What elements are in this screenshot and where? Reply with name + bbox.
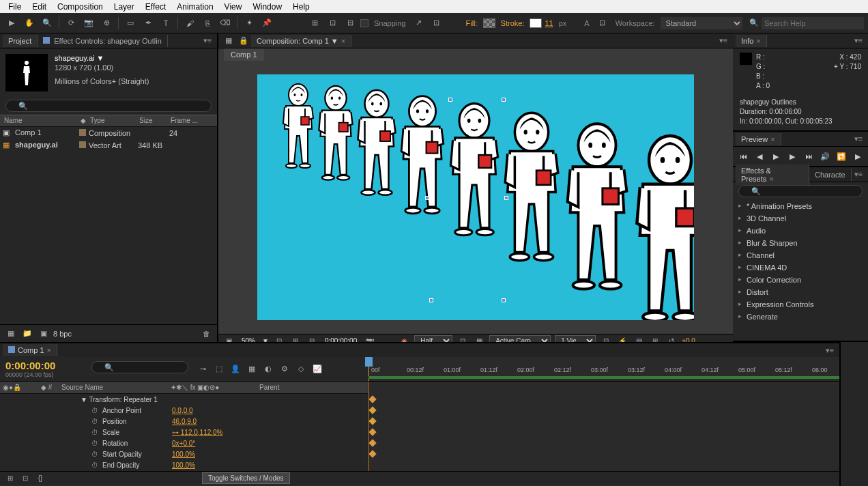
text-tool[interactable]: T (158, 16, 173, 31)
play-icon[interactable]: ▶ (770, 151, 781, 162)
panel-menu-icon[interactable]: ▾≡ (852, 134, 865, 143)
property-row[interactable]: ⏱Anchor Point0.0,0.0 (0, 405, 368, 416)
hand-tool[interactable]: ✋ (22, 16, 37, 31)
col-source-name[interactable]: Source Name (61, 384, 171, 391)
effects-category[interactable]: Expression Controls (733, 298, 868, 311)
selection-handle[interactable] (504, 196, 508, 200)
folder-icon[interactable]: 📁 (20, 328, 34, 340)
selection-handle[interactable] (448, 98, 452, 102)
roto-tool[interactable]: ✦ (242, 16, 257, 31)
tab-info[interactable]: Info× (736, 35, 767, 47)
effects-search-input[interactable] (738, 185, 863, 197)
tab-preview[interactable]: Preview× (736, 133, 781, 145)
stopwatch-icon[interactable]: ⏱ (91, 440, 100, 447)
next-frame-icon[interactable]: ▶ (787, 151, 798, 162)
toggle-in-out-icon[interactable]: {} (34, 472, 46, 485)
tab-composition-view[interactable]: Composition: Comp 1 ▼× (251, 35, 351, 47)
interp-icon[interactable]: ▦ (4, 328, 18, 340)
constrain-icon[interactable]: ⊶ (172, 429, 179, 436)
toggle-modes-icon[interactable]: ⊡ (19, 472, 31, 485)
stopwatch-icon[interactable]: ⏱ (91, 407, 100, 414)
selection-handle[interactable] (425, 196, 429, 200)
keyframe[interactable] (368, 406, 376, 414)
zoom-tool[interactable]: 🔍 (40, 16, 55, 31)
stroke-swatch[interactable] (530, 18, 542, 28)
property-row[interactable]: ⏱End Opacity100.0% (0, 459, 368, 470)
col-name[interactable]: Name (0, 115, 76, 126)
comp-mini-flow-icon[interactable]: ⊸ (197, 363, 209, 375)
effects-category[interactable]: 3D Channel (733, 212, 868, 225)
auto-keyframe-icon[interactable]: ◇ (295, 363, 307, 375)
table-row[interactable]: ▦shapeguy.ai Vector Art 348 KB (0, 139, 217, 152)
panel-menu-icon[interactable]: ▾≡ (201, 36, 214, 45)
effects-category[interactable]: Audio (733, 225, 868, 237)
first-frame-icon[interactable]: ⏮ (738, 151, 749, 162)
property-value[interactable]: ⊶ 112.0,112.0% (172, 429, 254, 436)
property-row[interactable]: ⏱Rotation0x+0.0° (0, 438, 368, 448)
col-size[interactable]: Size (135, 115, 167, 126)
property-value[interactable]: 46.0,9.0 (172, 418, 254, 425)
keyframe[interactable] (368, 417, 376, 425)
col-label-icon[interactable]: ◆ # (41, 384, 61, 391)
last-frame-icon[interactable]: ⏭ (803, 151, 814, 162)
col-type[interactable]: Type (86, 115, 135, 126)
comp-lock-icon[interactable]: 🔒 (236, 33, 251, 48)
bezier-icon[interactable]: ⊡ (595, 16, 610, 31)
col-label-icon[interactable]: ◆ (76, 115, 86, 126)
panel-menu-icon[interactable]: ▾≡ (823, 346, 837, 355)
draft3d-icon[interactable]: ⬚ (213, 363, 225, 375)
selection-handle[interactable] (502, 98, 506, 102)
tab-effect-controls[interactable]: Effect Controls: shapeguy Outlin (38, 35, 168, 47)
menu-edit[interactable]: Edit (27, 1, 52, 13)
clone-tool[interactable]: ⎘ (200, 16, 215, 31)
panel-menu-icon[interactable]: ▾≡ (852, 170, 865, 179)
trash-icon[interactable]: 🗑 (199, 328, 213, 340)
effects-category[interactable]: Distort (733, 286, 868, 298)
stopwatch-icon[interactable]: ⏱ (91, 461, 100, 469)
stroke-width[interactable]: 11 (545, 19, 553, 27)
toggle-switches-icon[interactable]: ⊞ (4, 472, 16, 485)
puppet-tool[interactable]: 📌 (259, 16, 274, 31)
search-help-input[interactable] (762, 17, 864, 29)
property-value[interactable]: 100.0% (172, 461, 254, 469)
eraser-tool[interactable]: ⌫ (218, 16, 233, 31)
motion-blur-icon[interactable]: ◐ (262, 363, 274, 375)
snap-bounds-icon[interactable]: ⊡ (429, 16, 444, 31)
menu-file[interactable]: File (3, 1, 27, 13)
property-value[interactable]: 100.0% (172, 451, 254, 458)
selection-handle[interactable] (502, 298, 506, 302)
snapping-checkbox[interactable] (360, 19, 368, 27)
pan-behind-tool[interactable]: ⊕ (99, 16, 114, 31)
composition-viewer[interactable] (218, 61, 733, 334)
local-axis-icon[interactable]: ⊞ (307, 16, 322, 31)
timeline-track-area[interactable] (368, 382, 839, 471)
property-group-header[interactable]: ▼ Transform: Repeater 1 (0, 394, 368, 405)
menu-layer[interactable]: Layer (108, 1, 140, 13)
col-frame[interactable]: Frame ... (167, 115, 217, 126)
workspace-select[interactable]: Standard (661, 17, 742, 29)
tab-effects-presets[interactable]: Effects & Presets× (736, 165, 809, 185)
menu-animation[interactable]: Animation (171, 1, 218, 13)
brush-tool[interactable]: 🖌 (182, 16, 197, 31)
keyframe[interactable] (368, 395, 376, 403)
panel-menu-icon[interactable]: ▾≡ (717, 36, 730, 45)
view-axis-icon[interactable]: ⊟ (343, 16, 358, 31)
property-value[interactable]: 0.0,0.0 (172, 407, 254, 414)
frame-blend-icon[interactable]: ▦ (246, 363, 258, 375)
tab-timeline-comp[interactable]: Comp 1× (3, 344, 57, 356)
comp-flow-icon[interactable]: ▦ (221, 33, 236, 48)
timecode[interactable]: 0:00:00:00 (5, 360, 83, 371)
rectangle-tool[interactable]: ▭ (123, 16, 138, 31)
stopwatch-icon[interactable]: ⏱ (91, 429, 100, 436)
work-area-bar[interactable] (368, 376, 839, 379)
canvas[interactable] (257, 74, 694, 320)
effects-category[interactable]: Blur & Sharpen (733, 237, 868, 249)
effects-category[interactable]: Channel (733, 249, 868, 261)
ram-preview-icon[interactable]: ▶ (852, 151, 863, 162)
fill-swatch[interactable] (483, 18, 495, 28)
camera-tool[interactable]: 📷 (81, 16, 96, 31)
pen-tool[interactable]: ✒ (141, 16, 156, 31)
audio-icon[interactable]: 🔊 (820, 151, 830, 162)
graph-editor-icon[interactable]: 📈 (311, 363, 323, 375)
bpc-toggle[interactable]: 8 bpc (53, 330, 72, 338)
